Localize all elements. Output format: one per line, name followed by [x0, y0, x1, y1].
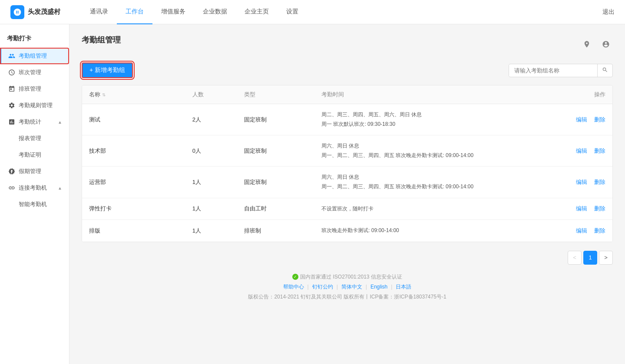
delete-btn-1[interactable]: 删除 — [594, 147, 605, 155]
delete-btn-0[interactable]: 删除 — [594, 116, 605, 124]
delete-btn-4[interactable]: 删除 — [594, 227, 605, 235]
cell-count-4: 1人 — [192, 227, 244, 235]
brand-name: 头发茂盛村 — [28, 8, 60, 16]
brand-icon — [10, 5, 24, 19]
pagination-prev[interactable]: < — [568, 251, 582, 265]
nav-brand[interactable]: 头发茂盛村 — [10, 5, 60, 19]
page-title: 考勤组管理 — [82, 35, 121, 45]
sidebar-item-smart-machine-label: 智能考勤机 — [19, 200, 47, 208]
data-table: 名称 ⇅ 人数 类型 考勤时间 操作 测试 2人 固定班制 周二、周三、周四、周… — [82, 85, 613, 242]
table-row: 测试 2人 固定班制 周二、周三、周四、周五、周六、周日 休息 周一 班次默认班… — [82, 104, 612, 135]
chevron-up-icon: ▲ — [58, 120, 62, 125]
edit-btn-0[interactable]: 编辑 — [576, 116, 587, 124]
edit-btn-2[interactable]: 编辑 — [576, 178, 587, 186]
sidebar-item-holiday[interactable]: 假期管理 — [0, 163, 69, 180]
search-input[interactable] — [509, 65, 597, 76]
chevron-up-icon2: ▲ — [58, 186, 62, 190]
footer-cert-text: 国内首家通过 ISO27001:2013 信息安全认证 — [300, 273, 402, 281]
footer: 国内首家通过 ISO27001:2013 信息安全认证 帮助中心 | 钉钉公约 … — [82, 265, 613, 308]
clock-icon — [8, 69, 15, 76]
cell-type-4: 排班制 — [244, 227, 321, 235]
sidebar-item-proof[interactable]: 考勤证明 — [0, 147, 69, 163]
sidebar-item-stats[interactable]: 考勤统计 ▲ — [0, 114, 69, 130]
cell-time-0: 周二、周三、周四、周五、周六、周日 休息 周一 班次默认班次: 09:30-18… — [321, 110, 528, 129]
cell-count-3: 1人 — [192, 205, 244, 213]
sidebar-item-proof-label: 考勤证明 — [19, 151, 41, 159]
nav-logout[interactable]: 退出 — [602, 8, 615, 16]
sidebar-item-scheduling-label: 排班管理 — [19, 85, 41, 93]
search-icon — [602, 67, 608, 73]
pagination-next[interactable]: > — [599, 251, 613, 265]
sidebar-item-stats-label: 考勤统计 — [19, 118, 41, 126]
sidebar-item-machine[interactable]: 连接考勤机 ▲ — [0, 180, 69, 196]
cell-count-2: 1人 — [192, 178, 244, 186]
cell-time-1: 周六、周日 休息 周一、周二、周三、周四、周五 班次晚走外勤卡测试: 09:00… — [321, 141, 528, 160]
footer-link-japanese[interactable]: 日本語 — [396, 283, 411, 291]
nav-item-contacts[interactable]: 通讯录 — [81, 0, 117, 24]
sidebar-item-shift[interactable]: 班次管理 — [0, 64, 69, 81]
main-content: 考勤组管理 + 新增考勤组 — [69, 24, 625, 364]
edit-btn-4[interactable]: 编辑 — [576, 227, 587, 235]
footer-link-agreement[interactable]: 钉钉公约 — [312, 283, 333, 291]
brand-logo-icon — [13, 8, 22, 16]
edit-btn-3[interactable]: 编辑 — [576, 205, 587, 213]
cell-name-2: 运营部 — [89, 178, 192, 186]
col-header-type: 类型 — [244, 91, 321, 98]
edit-btn-1[interactable]: 编辑 — [576, 147, 587, 155]
cell-type-3: 自由工时 — [244, 205, 321, 213]
table-row: 运营部 1人 固定班制 周六、周日 休息 周一、周二、周三、周四、周五 班次晚走… — [82, 167, 612, 198]
cell-time-2: 周六、周日 休息 周一、周二、周三、周四、周五 班次晚走外勤卡测试: 09:00… — [321, 173, 528, 191]
sidebar-item-report[interactable]: 报表管理 — [0, 130, 69, 147]
nav-item-data[interactable]: 企业数据 — [194, 0, 236, 24]
umbrella-icon — [8, 168, 15, 175]
sidebar-item-attendance-group-label: 考勤组管理 — [19, 52, 47, 60]
nav-item-vip[interactable]: 增值服务 — [152, 0, 194, 24]
sidebar-item-scheduling[interactable]: 排班管理 — [0, 81, 69, 97]
sidebar-item-attendance-group[interactable]: 考勤组管理 — [0, 48, 69, 64]
cell-count-1: 0人 — [192, 147, 244, 155]
cell-actions-2: 编辑 删除 — [528, 178, 605, 186]
person-group-icon — [8, 52, 15, 59]
chart-icon — [8, 118, 15, 125]
header-row: 考勤组管理 — [82, 35, 613, 54]
col-header-name: 名称 ⇅ — [89, 91, 192, 98]
cell-name-3: 弹性打卡 — [89, 205, 192, 213]
sidebar-item-rules[interactable]: 考勤规则管理 — [0, 97, 69, 114]
footer-link-english[interactable]: English — [370, 284, 387, 290]
add-attendance-group-button[interactable]: + 新增考勤组 — [82, 62, 133, 78]
toolbar: + 新增考勤组 — [82, 62, 613, 78]
col-header-actions: 操作 — [528, 91, 605, 98]
footer-link-help[interactable]: 帮助中心 — [283, 283, 304, 291]
footer-links: 帮助中心 | 钉钉公约 | 简体中文 | English | 日本語 — [82, 283, 613, 291]
cell-name-4: 排版 — [89, 227, 192, 235]
pagination: < 1 > — [82, 251, 613, 265]
sort-icon: ⇅ — [102, 92, 106, 97]
cell-name-0: 测试 — [89, 116, 192, 124]
user-circle-icon-btn[interactable] — [599, 37, 613, 51]
location-icon-btn[interactable] — [580, 37, 594, 51]
cell-type-1: 固定班制 — [244, 147, 321, 155]
nav-item-workbench[interactable]: 工作台 — [117, 0, 152, 24]
cell-count-0: 2人 — [192, 116, 244, 124]
cell-name-1: 技术部 — [89, 147, 192, 155]
sidebar-section-title: 考勤打卡 — [0, 31, 69, 48]
pagination-page-1[interactable]: 1 — [583, 251, 597, 265]
table-header: 名称 ⇅ 人数 类型 考勤时间 操作 — [82, 85, 612, 104]
footer-link-chinese[interactable]: 简体中文 — [341, 283, 362, 291]
cell-time-3: 不设置班次，随时打卡 — [321, 204, 528, 214]
nav-item-settings[interactable]: 设置 — [278, 0, 307, 24]
delete-btn-3[interactable]: 删除 — [594, 205, 605, 213]
nav-right: 退出 — [602, 8, 615, 16]
table-row: 排版 1人 排班制 班次晚走外勤卡测试: 09:00-14:00 编辑 删除 — [82, 220, 612, 242]
nav-items: 通讯录 工作台 增值服务 企业数据 企业主页 设置 — [81, 0, 602, 24]
delete-btn-2[interactable]: 删除 — [594, 178, 605, 186]
col-header-time: 考勤时间 — [321, 91, 528, 98]
nav-item-homepage[interactable]: 企业主页 — [236, 0, 278, 24]
link-icon — [8, 184, 15, 191]
sidebar-item-shift-label: 班次管理 — [19, 69, 41, 76]
search-button[interactable] — [597, 64, 612, 77]
cell-actions-1: 编辑 删除 — [528, 147, 605, 155]
sidebar-item-smart-machine[interactable]: 智能考勤机 — [0, 196, 69, 213]
sidebar: 考勤打卡 考勤组管理 班次管理 排班管理 考勤规则管理 — [0, 24, 69, 364]
cell-time-4: 班次晚走外勤卡测试: 09:00-14:00 — [321, 226, 528, 236]
